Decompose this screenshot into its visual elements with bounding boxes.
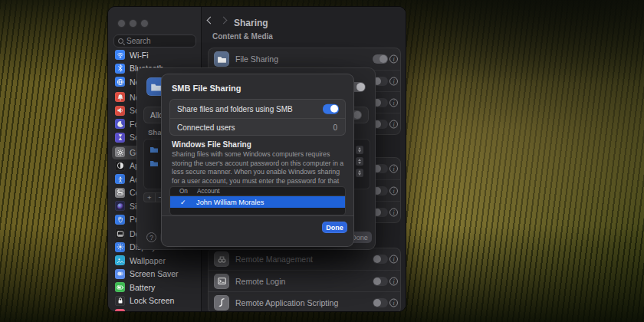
info-icon[interactable]: i: [389, 208, 398, 216]
traffic-lights: [117, 19, 149, 28]
hourglass-icon: [115, 133, 125, 143]
service-toggle[interactable]: [373, 277, 388, 286]
info-icon[interactable]: i: [389, 98, 398, 107]
zoom-window-button[interactable]: [140, 19, 149, 28]
section-header: Content & Media: [212, 32, 273, 41]
back-chevron-icon[interactable]: [207, 17, 215, 25]
smb-toggle[interactable]: [323, 104, 339, 114]
page-title: Sharing: [234, 18, 268, 28]
column-on: On: [179, 188, 188, 195]
smb-toggle-label: Share files and folders using SMB: [177, 105, 293, 113]
bell-icon: [115, 92, 125, 102]
wifi-icon: [115, 50, 125, 60]
lock-icon: [115, 296, 125, 306]
search-placeholder: Search: [127, 37, 151, 45]
permission-stepper-icon[interactable]: [356, 157, 363, 166]
accounts-table-header: On Account: [170, 187, 345, 196]
person-icon: [115, 174, 125, 184]
script-icon: [214, 295, 229, 310]
terminal-icon: [214, 274, 229, 289]
speaker-icon: [115, 106, 125, 116]
account-name: John William Morales: [196, 199, 264, 206]
fingerprint-icon: [115, 309, 125, 312]
connected-users-label: Connected users: [177, 123, 235, 132]
shared-folder-icon[interactable]: [149, 157, 159, 166]
gear-icon: [115, 147, 125, 157]
screensaver-icon: [115, 269, 125, 279]
service-group-box: Remote ManagementiRemote LoginiRemote Ap…: [208, 248, 401, 312]
dock-icon: [115, 228, 125, 238]
sidebar-item-screen-saver[interactable]: Screen Saver: [112, 268, 198, 281]
info-icon[interactable]: i: [389, 77, 398, 85]
sidebar-item-wallpaper[interactable]: Wallpaper: [112, 254, 198, 268]
sidebar-item-label: Wallpaper: [130, 256, 166, 265]
sidebar-item-label: Screen Saver: [130, 269, 179, 278]
service-label: File Sharing: [235, 54, 278, 64]
info-icon[interactable]: i: [389, 186, 398, 195]
moon-icon: [115, 119, 125, 129]
service-row-file-sharing: File Sharingi: [209, 48, 400, 70]
sidebar-item-lock-screen[interactable]: Lock Screen: [112, 294, 198, 308]
connected-users-value: 0: [333, 123, 337, 132]
service-label: Remote Login: [235, 277, 285, 286]
search-input[interactable]: Search: [113, 34, 196, 48]
dialog-done-button[interactable]: Done: [322, 222, 347, 233]
sidebar-item-label: Wi-Fi: [130, 51, 149, 60]
dialog-title: SMB File Sharing: [172, 84, 241, 93]
shared-folder-icon[interactable]: [149, 143, 159, 153]
forward-chevron-icon[interactable]: [220, 17, 228, 25]
minimize-window-button[interactable]: [129, 19, 137, 28]
search-icon: [118, 38, 123, 44]
connected-users-row: Connected users 0: [170, 118, 345, 136]
bluetooth-icon: [115, 64, 125, 74]
service-row-remote-login: Remote Logini: [209, 270, 400, 291]
sidebar-item-touch-id-password[interactable]: Touch ID & Password: [112, 307, 198, 312]
info-icon[interactable]: i: [389, 277, 398, 285]
service-row-remote-management: Remote Managementi: [209, 248, 400, 270]
service-label: Remote Management: [235, 255, 313, 264]
add-folder-button[interactable]: +: [144, 193, 156, 202]
service-toggle[interactable]: [373, 298, 388, 307]
half-icon: [115, 161, 125, 171]
smb-file-sharing-dialog: SMB File Sharing Share files and folders…: [161, 74, 354, 247]
sun-icon: [115, 242, 125, 252]
column-account: Account: [197, 188, 220, 195]
help-button[interactable]: ?: [146, 232, 156, 242]
smb-settings-box: Share files and folders using SMB Connec…: [169, 99, 346, 136]
sidebar-item-battery[interactable]: Battery: [112, 281, 198, 294]
permission-stepper-icon[interactable]: [356, 169, 363, 177]
folder-icon: [214, 51, 229, 67]
sidebar-item-label: Battery: [130, 283, 155, 292]
account-row[interactable]: ✓John William Morales: [170, 196, 345, 208]
close-window-button[interactable]: [117, 19, 126, 28]
siri-icon: [115, 201, 125, 211]
service-row-remote-application-scripting: Remote Application Scriptingi: [209, 291, 400, 312]
info-icon[interactable]: i: [389, 255, 398, 264]
hand-icon: [115, 215, 125, 225]
info-icon[interactable]: i: [389, 298, 398, 307]
service-label: Remote Application Scripting: [235, 298, 338, 307]
cc-icon: [115, 188, 125, 198]
sidebar-item-label: Touch ID & Password: [130, 310, 206, 312]
info-icon[interactable]: i: [389, 55, 398, 64]
smb-toggle-row: Share files and folders using SMB: [170, 100, 345, 118]
sidebar-item-label: Lock Screen: [130, 296, 174, 305]
windows-sharing-accounts-table: On Account ✓John William Morales: [169, 186, 346, 215]
globe-icon: [115, 77, 125, 87]
dialog-footer: Done: [162, 215, 353, 246]
info-icon[interactable]: i: [389, 165, 398, 173]
service-toggle[interactable]: [373, 255, 388, 264]
permission-stepper-icon[interactable]: [356, 146, 363, 154]
windows-file-sharing-header: Windows File Sharing: [172, 140, 251, 149]
binoculars-icon: [214, 251, 229, 267]
checkmark-icon[interactable]: ✓: [180, 199, 191, 206]
service-toggle[interactable]: [373, 54, 388, 64]
sidebar-item-wi-fi[interactable]: Wi-Fi: [112, 48, 198, 62]
info-icon[interactable]: i: [389, 120, 398, 128]
wallpaper-icon: [115, 255, 125, 265]
battery-icon: [115, 282, 125, 292]
